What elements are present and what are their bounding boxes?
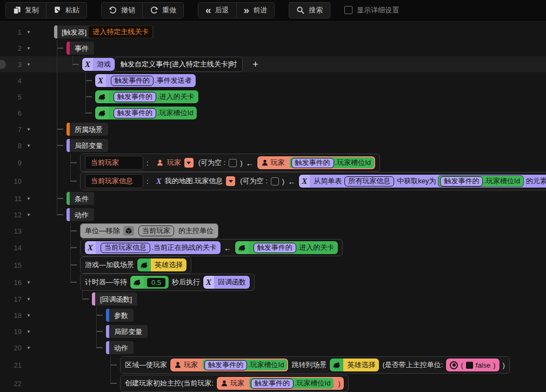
trigger-name[interactable]: 进入特定主线关卡 <box>89 26 152 38</box>
row-locals-section[interactable]: 19 ▼ 局部变量 <box>0 323 546 340</box>
event-text[interactable]: 触发自定义事件[进入特定主线关卡]时 <box>115 57 243 72</box>
value-expression[interactable]: 触发事件的 .玩家槽位Id <box>203 360 287 370</box>
target-expression-pill[interactable]: X 当前玩家信息 .当前正在挑战的关卡 <box>85 241 221 254</box>
event-section-tag[interactable]: 事件 <box>66 42 94 55</box>
row-condition-section[interactable]: 11 ▼ 条件 <box>0 190 546 207</box>
row-action-section[interactable]: 20 ▼ 动作 <box>0 340 546 356</box>
row-action-assign-level[interactable]: 14 X 当前玩家信息 .当前正在挑战的关卡 ← 触发事件的 .进入的关卡 <box>0 239 546 256</box>
assign-action[interactable]: X 当前玩家信息 .当前正在挑战的关卡 ← 触发事件的 .进入的关卡 <box>80 239 343 256</box>
key-expression[interactable]: 触发事件的 .玩家槽位Id <box>438 176 523 187</box>
collapse-caret-icon[interactable]: ▼ <box>22 280 36 285</box>
row-event-node[interactable]: 3 ▼ X 游戏 触发自定义事件[进入特定主线关卡]时 + <box>0 56 546 72</box>
collapse-caret-icon[interactable]: ▼ <box>22 127 36 132</box>
callback-pill[interactable]: X 回调函数 <box>203 276 250 289</box>
collapse-caret-icon[interactable]: ▼ <box>22 143 36 148</box>
load-scene-action[interactable]: 游戏—加载场景 英雄选择 <box>80 256 191 274</box>
row-scene-section[interactable]: 7 ▼ 所属场景 <box>0 121 546 137</box>
condition-section-tag[interactable]: 条件 <box>66 192 94 205</box>
row-action-section[interactable]: 12 ▼ 动作 <box>0 207 546 223</box>
action-section-tag[interactable]: 动作 <box>66 208 94 221</box>
locals-section-tag[interactable]: 局部变量 <box>106 325 148 338</box>
value-expression[interactable]: 触发事件的 .玩家槽位Id <box>290 157 374 168</box>
show-details-toggle[interactable]: 显示详细设置 <box>344 5 399 15</box>
duration-value[interactable]: 0.5 <box>147 278 165 287</box>
locals-section-tag[interactable]: 局部变量 <box>66 139 108 152</box>
table-ref-pill[interactable]: 所有玩家信息 <box>344 176 394 187</box>
var-ref-pill[interactable]: 当前玩家 <box>138 225 174 236</box>
event-param-pill[interactable]: 触发事件的 .进入的关卡 <box>95 90 198 103</box>
row-event-section[interactable]: 2 ▼ 事件 <box>0 40 546 56</box>
boolean-checkbox[interactable] <box>466 362 473 369</box>
row-action-timer[interactable]: 16 ▼ 计时器—等待 0.5 秒后执行 X 回调函数 <box>0 274 546 291</box>
event-ref-pill[interactable]: 触发事件的 <box>111 76 154 86</box>
dropdown-button[interactable] <box>226 176 235 186</box>
event-ref-pill[interactable]: 触发事件的 <box>254 243 296 253</box>
forward-button[interactable]: » 前进 <box>236 3 275 18</box>
player-value-pill[interactable]: 玩家 触发事件的 .玩家槽位Id <box>257 156 375 169</box>
row-event-param[interactable]: 4 X 触发事件的 .事件发送者 <box>0 72 546 89</box>
collapse-caret-icon[interactable]: ▼ <box>22 212 36 217</box>
disabled-action[interactable]: 单位—移除 当前玩家 的主控单位 <box>80 223 218 238</box>
row-callback-header[interactable]: 17 ▼ [回调函数] <box>0 291 546 307</box>
collapse-caret-icon[interactable]: ▼ <box>22 196 36 201</box>
event-ref-pill[interactable]: 触发事件的 <box>114 92 156 102</box>
timer-action[interactable]: 计时器—等待 0.5 秒后执行 X 回调函数 <box>80 274 255 291</box>
row-local-var-playerinfo[interactable]: 10 当前玩家信息 : X 我的地图.玩家信息 (可为空 : ) ← X 从简单… <box>0 172 546 190</box>
collapse-caret-icon[interactable]: ▼ <box>22 313 36 318</box>
var-name-input[interactable]: 当前玩家 <box>85 156 143 170</box>
back-button[interactable]: « 后退 <box>198 3 236 18</box>
event-param-pill[interactable]: X 触发事件的 .事件发送者 <box>95 74 196 87</box>
event-param-pill[interactable]: 触发事件的 .玩家槽位Id <box>95 107 197 119</box>
event-ref-pill[interactable]: 触发事件的 <box>114 108 156 118</box>
var-type-selector[interactable]: 玩家 <box>152 157 195 169</box>
create-hero-action[interactable]: 创建玩家初始主控(当前玩家: 玩家 触发事件的 .玩家槽位Id ) <box>120 375 349 392</box>
value-expression[interactable]: 触发事件的 .玩家槽位Id <box>249 378 334 389</box>
game-type-pill[interactable]: X 游戏 <box>82 58 115 71</box>
event-ref-pill[interactable]: 触发事件的 <box>291 158 334 168</box>
search-button[interactable]: 搜索 <box>289 2 330 18</box>
collapse-caret-icon[interactable]: ▼ <box>22 30 36 35</box>
scene-pill[interactable]: 英雄选择 <box>330 358 379 371</box>
action-section-tag[interactable]: 动作 <box>106 341 134 354</box>
collapse-caret-icon[interactable]: ▼ <box>22 62 36 67</box>
var-declaration[interactable]: 当前玩家 : 玩家 (可为空 : ) ← 玩家 触发事件的 .玩家槽位Id <box>80 154 380 172</box>
event-ref-pill[interactable]: 触发事件的 <box>440 176 483 187</box>
var-declaration[interactable]: 当前玩家信息 : X 我的地图.玩家信息 (可为空 : ) ← X 从简单表 所… <box>80 172 546 190</box>
var-ref-pill[interactable]: 当前玩家信息 <box>101 243 150 253</box>
undo-button[interactable]: 撤销 <box>102 3 142 18</box>
scene-section-tag[interactable]: 所属场景 <box>66 123 108 136</box>
teleport-action[interactable]: 区域—使玩家 玩家 触发事件的 .玩家槽位Id 跳转到场景 英雄选择 (是否带上… <box>120 356 510 374</box>
row-params-section[interactable]: 18 ▼ 参数 <box>0 307 546 323</box>
row-action-teleport[interactable]: 21 区域—使玩家 玩家 触发事件的 .玩家槽位Id 跳转到场景 英雄选择 (是… <box>0 356 546 374</box>
row-action-load-scene[interactable]: 15 游戏—加载场景 英雄选择 <box>0 256 546 274</box>
var-name-input[interactable]: 当前玩家信息 <box>85 174 143 188</box>
row-event-param[interactable]: 5 触发事件的 .进入的关卡 <box>0 89 546 105</box>
trigger-tag[interactable]: [触发器] 进入特定主线关卡 <box>54 25 154 38</box>
show-details-checkbox[interactable] <box>344 6 352 14</box>
row-locals-section[interactable]: 8 ▼ 局部变量 <box>0 137 546 154</box>
event-ref-pill[interactable]: 触发事件的 <box>251 378 294 389</box>
source-expression-pill[interactable]: 触发事件的 .进入的关卡 <box>235 241 338 254</box>
dropdown-button[interactable] <box>184 158 194 168</box>
row-local-var-player[interactable]: 9 当前玩家 : 玩家 (可为空 : ) ← 玩家 触发事件的 . <box>0 154 546 172</box>
nullable-checkbox[interactable] <box>271 177 279 185</box>
var-type-selector[interactable]: X 我的地图.玩家信息 <box>152 175 237 187</box>
row-trigger-header[interactable]: 1 ▼ [触发器] 进入特定主线关卡 <box>0 24 546 40</box>
paste-button[interactable]: 粘贴 <box>46 3 86 18</box>
add-event-button[interactable]: + <box>252 59 258 70</box>
row-action-remove-unit[interactable]: 13 单位—移除 当前玩家 的主控单位 <box>0 223 546 239</box>
collapse-caret-icon[interactable]: ▼ <box>22 297 36 302</box>
redo-button[interactable]: 重做 <box>142 3 183 18</box>
table-get-expression-pill[interactable]: X 从简单表 所有玩家信息 中获取key为 触发事件的 .玩家槽位Id 的元素 <box>299 175 546 188</box>
collapse-caret-icon[interactable]: ▼ <box>22 346 36 350</box>
player-value-pill[interactable]: 玩家 触发事件的 .玩家槽位Id <box>170 358 288 371</box>
duration-pill[interactable]: 0.5 <box>130 276 169 289</box>
callback-section-tag[interactable]: [回调函数] <box>92 293 137 305</box>
collapse-caret-icon[interactable]: ▼ <box>22 46 36 51</box>
player-value-pill[interactable]: 玩家 触发事件的 .玩家槽位Id ) <box>217 377 344 390</box>
event-ref-pill[interactable]: 触发事件的 <box>204 360 247 370</box>
boolean-pill[interactable]: ( false ) <box>446 358 499 371</box>
row-action-create-hero[interactable]: 22 创建玩家初始主控(当前玩家: 玩家 触发事件的 .玩家槽位Id ) <box>0 374 546 392</box>
copy-button[interactable]: 复制 <box>6 3 46 18</box>
nullable-checkbox[interactable] <box>229 159 237 167</box>
